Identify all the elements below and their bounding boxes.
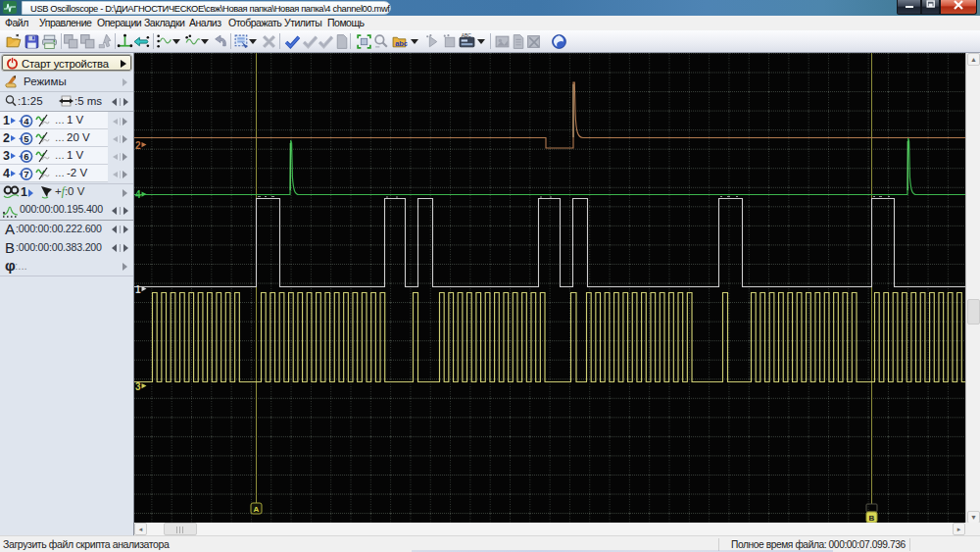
svg-text:B: B [869, 514, 875, 523]
svg-text:7: 7 [24, 169, 28, 179]
svg-text:3: 3 [135, 381, 141, 392]
svg-text:5: 5 [24, 133, 29, 144]
svg-text:2: 2 [135, 140, 141, 151]
svg-text:1: 1 [135, 284, 141, 295]
svg-text:4: 4 [24, 116, 29, 126]
svg-text:A: A [254, 505, 260, 514]
svg-text:ABC: ABC [462, 33, 472, 38]
svg-text:6: 6 [24, 151, 28, 162]
svg-text:4: 4 [135, 189, 141, 200]
svg-text:abc: abc [395, 39, 408, 48]
